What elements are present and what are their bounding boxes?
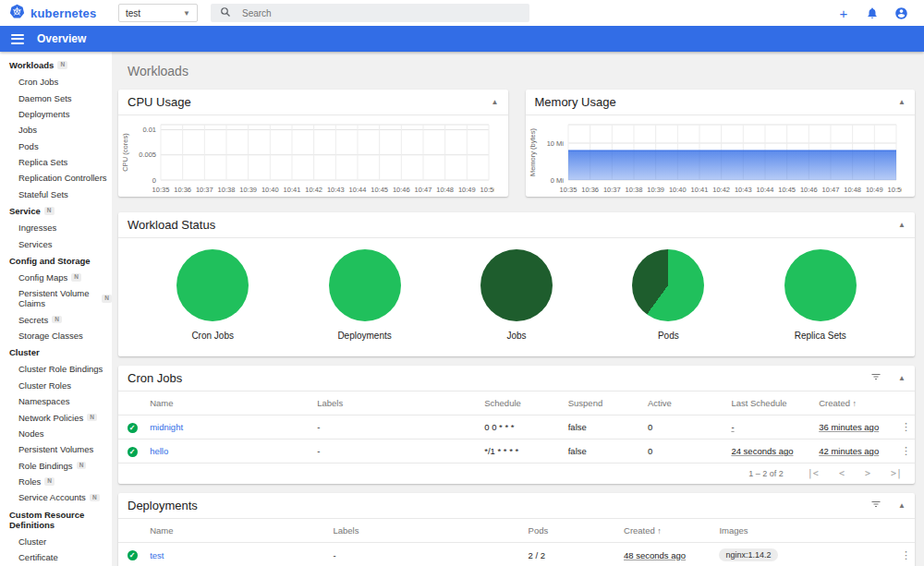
column-header-created[interactable]: Created ↑: [620, 519, 715, 543]
menu-icon[interactable]: [11, 34, 24, 44]
sidebar-item-service-accounts[interactable]: Service AccountsN: [0, 489, 112, 505]
column-header-name[interactable]: Name: [146, 519, 329, 543]
row-menu-icon[interactable]: ⋮: [901, 549, 911, 561]
sidebar-item-daemon-sets[interactable]: Daemon Sets: [0, 90, 112, 105]
sidebar-item-roles[interactable]: RolesN: [0, 474, 112, 489]
workload-status-deployments: Deployments: [291, 249, 439, 341]
collapse-icon[interactable]: ▲: [898, 501, 906, 510]
account-button[interactable]: [893, 5, 909, 21]
notifications-button[interactable]: [864, 5, 881, 21]
sidebar-item-nodes[interactable]: Nodes: [0, 426, 112, 441]
sidebar-group-cluster[interactable]: Cluster: [0, 343, 112, 361]
collapse-icon[interactable]: ▲: [492, 98, 499, 106]
filter-icon[interactable]: [870, 499, 881, 512]
sidebar-item-label: Service Accounts: [18, 492, 86, 502]
filter-icon[interactable]: [870, 371, 881, 385]
sidebar-group-label: Cluster: [9, 347, 40, 357]
workload-status-cron-jobs: Cron Jobs: [139, 249, 286, 341]
sidebar-item-deployments[interactable]: Deployments: [0, 106, 112, 122]
sidebar-item-cron-jobs[interactable]: Cron Jobs: [0, 74, 112, 90]
search-icon: [220, 5, 231, 21]
sidebar-item-label: Replication Controllers: [18, 173, 107, 183]
sidebar-item-role-bindings[interactable]: Role BindingsN: [0, 458, 112, 474]
column-header-suspend[interactable]: Suspend: [565, 391, 644, 415]
sidebar-item-label: Config Maps: [18, 272, 67, 283]
column-header-schedule[interactable]: Schedule: [480, 391, 565, 415]
collapse-icon[interactable]: ▲: [898, 98, 906, 106]
svg-text:10:49: 10:49: [458, 186, 476, 194]
sidebar-group-workloads[interactable]: WorkloadsN: [0, 56, 112, 74]
sidebar-item-cluster[interactable]: Cluster: [0, 534, 112, 549]
column-header-created[interactable]: Created ↑: [815, 391, 891, 415]
sidebar-item-pods[interactable]: Pods: [0, 138, 112, 154]
last-schedule-cell: 24 seconds ago: [731, 446, 793, 456]
sidebar-item-replica-sets[interactable]: Replica Sets: [0, 154, 112, 170]
search-bar[interactable]: [211, 4, 529, 22]
sidebar-item-cluster-roles[interactable]: Cluster Roles: [0, 378, 112, 393]
brand[interactable]: kubernetes: [9, 4, 118, 23]
namespaced-badge: N: [44, 477, 55, 486]
sidebar-group-config-and-storage[interactable]: Config and Storage: [0, 252, 112, 270]
column-header-active[interactable]: Active: [644, 391, 728, 415]
bell-icon: [866, 6, 879, 19]
column-header-name[interactable]: Name: [146, 391, 313, 415]
sidebar-item-storage-classes[interactable]: Storage Classes: [0, 328, 112, 343]
sidebar-item-replication-controllers[interactable]: Replication Controllers: [0, 170, 112, 186]
svg-text:CPU (cores): CPU (cores): [121, 133, 129, 172]
sidebar-item-stateful-sets[interactable]: Stateful Sets: [0, 187, 112, 202]
collapse-icon[interactable]: ▲: [898, 221, 906, 229]
namespaced-badge: N: [102, 295, 112, 303]
sidebar-item-config-maps[interactable]: Config MapsN: [0, 270, 112, 285]
row-menu-icon[interactable]: ⋮: [901, 421, 911, 433]
svg-text:10:37: 10:37: [196, 186, 213, 194]
kubernetes-logo-icon: [9, 4, 25, 23]
sidebar-item-ingresses[interactable]: Ingresses: [0, 220, 112, 235]
sidebar-item-certificate[interactable]: Certificate: [0, 549, 112, 565]
prev-page-icon[interactable]: <: [839, 468, 845, 478]
sidebar-group-label: Config and Storage: [9, 256, 91, 266]
last-page-icon[interactable]: >|: [891, 468, 902, 478]
column-header-pods[interactable]: Pods: [525, 519, 620, 543]
namespace-selector[interactable]: test ▼: [118, 4, 198, 22]
pie-chart-pods[interactable]: [632, 249, 704, 321]
sidebar-group-label: Custom Resource Definitions: [9, 510, 112, 530]
cron-job-link[interactable]: midnight: [150, 422, 183, 432]
cron-jobs-card: Cron Jobs ▲ NameLabelsScheduleSuspendAct…: [118, 366, 915, 484]
namespaced-badge: N: [44, 207, 55, 215]
svg-text:10:48: 10:48: [436, 186, 454, 194]
column-header-labels[interactable]: Labels: [329, 519, 524, 543]
sidebar-group-service[interactable]: ServiceN: [0, 202, 112, 220]
sidebar-item-cluster-role-bindings[interactable]: Cluster Role Bindings: [0, 361, 112, 377]
sidebar-item-persistent-volumes[interactable]: Persistent Volumes: [0, 441, 112, 457]
column-header-labels[interactable]: Labels: [313, 391, 480, 415]
pie-chart-deployments[interactable]: [329, 249, 401, 321]
svg-text:0.005: 0.005: [139, 151, 156, 159]
pie-chart-jobs[interactable]: [480, 249, 553, 321]
workload-status-replica-sets: Replica Sets: [747, 249, 894, 341]
pie-label: Cron Jobs: [191, 331, 234, 341]
kubernetes-dashboard: kubernetes test ▼ +: [0, 0, 924, 566]
collapse-icon[interactable]: ▲: [898, 374, 906, 382]
sidebar-item-namespaces[interactable]: Namespaces: [0, 393, 112, 409]
row-menu-icon[interactable]: ⋮: [901, 445, 911, 457]
sidebar-item-network-policies[interactable]: Network PoliciesN: [0, 409, 112, 425]
create-resource-button[interactable]: +: [835, 5, 852, 21]
next-page-icon[interactable]: >: [865, 468, 870, 478]
pie-chart-replica-sets[interactable]: [784, 249, 857, 321]
column-header-images[interactable]: Images: [715, 519, 891, 543]
svg-text:10:43: 10:43: [734, 186, 751, 194]
namespaced-badge: N: [71, 273, 81, 282]
sidebar-item-persistent-volume-claims[interactable]: Persistent Volume ClaimsN: [0, 285, 112, 311]
column-header-last-schedule[interactable]: Last Schedule: [727, 391, 815, 415]
sidebar-group-custom-resource-definitions[interactable]: Custom Resource Definitions: [0, 506, 112, 534]
sidebar-item-services[interactable]: Services: [0, 235, 112, 251]
search-input[interactable]: [242, 8, 520, 18]
deployment-link[interactable]: test: [150, 550, 164, 560]
sidebar-item-jobs[interactable]: Jobs: [0, 122, 112, 138]
svg-text:10 Mi: 10 Mi: [546, 139, 564, 148]
first-page-icon[interactable]: |<: [808, 468, 819, 478]
cron-job-link[interactable]: hello: [150, 446, 168, 456]
pie-chart-cron-jobs[interactable]: [176, 249, 249, 321]
user-icon: [894, 6, 908, 20]
sidebar-item-secrets[interactable]: SecretsN: [0, 312, 112, 328]
